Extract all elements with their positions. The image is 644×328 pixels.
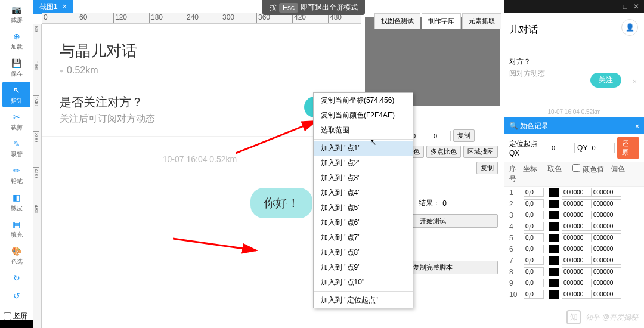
- hex-input[interactable]: [562, 188, 592, 197]
- color-swatch[interactable]: [549, 222, 559, 231]
- coord-input[interactable]: [524, 256, 544, 265]
- mid-tab-2[interactable]: 元素抓取: [462, 13, 501, 29]
- chat-header: 与晶儿对话 0.52km: [42, 24, 358, 83]
- color-swatch[interactable]: [549, 211, 559, 219]
- color-swatch[interactable]: [549, 245, 559, 253]
- menu-add-point-7[interactable]: 加入到 "点7": [314, 230, 413, 245]
- tool-保存[interactable]: 💾保存: [2, 55, 30, 81]
- copy-button[interactable]: 复制: [453, 129, 475, 142]
- color-swatch[interactable]: [549, 200, 559, 208]
- tab-screenshot1[interactable]: 截图1×: [33, 0, 73, 14]
- dev-input[interactable]: [592, 199, 621, 208]
- tool-加载[interactable]: ⊕加载: [2, 28, 30, 54]
- hex-input[interactable]: [562, 245, 592, 253]
- coord-input[interactable]: [524, 199, 544, 208]
- region-find-button[interactable]: 区域找图: [463, 146, 498, 158]
- tool-icon: 🎨: [11, 245, 23, 257]
- avatar-icon[interactable]: 👤: [621, 19, 638, 36]
- coord-input[interactable]: [524, 233, 544, 242]
- tool-吸管[interactable]: ✎吸管: [2, 135, 30, 161]
- copy2-button[interactable]: 复制: [476, 162, 498, 174]
- hex-input[interactable]: [562, 256, 592, 265]
- menu-select-range[interactable]: 选取范围: [314, 123, 413, 138]
- rp-follow-button[interactable]: 关注: [590, 73, 621, 88]
- restore-button[interactable]: 还原: [617, 137, 639, 159]
- multipoint-button[interactable]: 多点比色: [426, 146, 461, 158]
- menu-add-anchor[interactable]: 加入到 "定位起点": [314, 293, 413, 308]
- tool-rot11[interactable]: ↺: [2, 287, 30, 304]
- mid-tab-0[interactable]: 找图色测试: [374, 13, 420, 29]
- color-row: 5: [504, 232, 644, 243]
- rp-sub-title: 对方？: [509, 57, 639, 67]
- dev-input[interactable]: [592, 222, 621, 231]
- color-panel-close-icon[interactable]: ×: [635, 122, 639, 131]
- color-panel-title: 🔍 颜色记录: [509, 121, 549, 131]
- hex-input[interactable]: [562, 222, 592, 231]
- menu-add-point-6[interactable]: 加入到 "点6": [314, 215, 413, 230]
- dev-input[interactable]: [592, 188, 621, 197]
- tab-bar: 截图1×: [33, 0, 73, 13]
- coord-input[interactable]: [524, 279, 544, 287]
- hex-input[interactable]: [562, 279, 592, 287]
- mid-tab-1[interactable]: 制作字库: [422, 13, 461, 29]
- rp-close-icon[interactable]: ×: [633, 78, 637, 86]
- dev-input[interactable]: [592, 211, 621, 219]
- tool-铅笔[interactable]: ✏铅笔: [2, 162, 30, 188]
- color-swatch[interactable]: [549, 234, 559, 242]
- hex-input[interactable]: [562, 267, 592, 276]
- color-swatch[interactable]: [549, 256, 559, 265]
- hex-input[interactable]: [562, 233, 592, 242]
- menu-copy-color[interactable]: 复制当前颜色(F2F4AE): [314, 108, 413, 123]
- coord-input[interactable]: [524, 245, 544, 253]
- coord-input[interactable]: [524, 267, 544, 276]
- menu-add-point-1[interactable]: 加入到 "点1": [314, 141, 413, 156]
- menu-add-point-5[interactable]: 加入到 "点5": [314, 200, 413, 215]
- tool-icon: ↖: [11, 84, 23, 96]
- menu-add-point-2[interactable]: 加入到 "点2": [314, 156, 413, 171]
- tool-填充[interactable]: ▦填充: [2, 216, 30, 242]
- tool-截屏[interactable]: 📷截屏: [2, 1, 30, 27]
- min-icon[interactable]: —: [610, 2, 617, 11]
- qy-input[interactable]: [590, 143, 615, 153]
- color-swatch[interactable]: [549, 279, 559, 287]
- qx-input[interactable]: [550, 143, 575, 153]
- canvas-area[interactable]: 与晶儿对话 0.52km 是否关注对方？ 关注后可订阅对方动态 关注 10-07…: [42, 24, 358, 328]
- coord-input[interactable]: [524, 188, 544, 197]
- close-icon[interactable]: ✕: [633, 2, 639, 11]
- tool-icon: 💾: [11, 57, 23, 69]
- tool-裁剪[interactable]: ✂裁剪: [2, 109, 30, 134]
- anchor-qy-label: QY: [577, 144, 587, 152]
- hex-input[interactable]: [562, 211, 592, 219]
- dev-input[interactable]: [592, 267, 621, 276]
- coord-input[interactable]: [524, 290, 544, 299]
- menu-add-point-4[interactable]: 加入到 "点4": [314, 185, 413, 200]
- dev-input[interactable]: [592, 245, 621, 253]
- coord-input[interactable]: [524, 222, 544, 231]
- menu-add-point-8[interactable]: 加入到 "点8": [314, 245, 413, 260]
- tab-close-icon[interactable]: ×: [63, 2, 67, 11]
- dev-input[interactable]: [592, 256, 621, 265]
- color-row: 2: [504, 198, 644, 209]
- menu-copy-coord[interactable]: 复制当前坐标(574,456): [314, 93, 413, 108]
- hex-input[interactable]: [562, 199, 592, 208]
- color-swatch[interactable]: [549, 290, 559, 299]
- coord-input[interactable]: [524, 211, 544, 219]
- color-swatch[interactable]: [549, 268, 559, 276]
- dev-input[interactable]: [592, 233, 621, 242]
- tool-指针[interactable]: ↖指针: [2, 82, 30, 107]
- bin-val-4[interactable]: [432, 131, 451, 141]
- max-icon[interactable]: □: [623, 2, 627, 11]
- dev-input[interactable]: [592, 279, 621, 287]
- menu-add-point-10[interactable]: 加入到 "点10": [314, 275, 413, 290]
- color-swatch[interactable]: [549, 188, 559, 197]
- menu-add-point-3[interactable]: 加入到 "点3": [314, 171, 413, 185]
- tool-rot10[interactable]: ↻: [2, 270, 30, 286]
- tool-色选[interactable]: 🎨色选: [2, 243, 30, 268]
- tool-橡皮[interactable]: ◧橡皮: [2, 189, 30, 215]
- color-col-check[interactable]: [572, 164, 580, 172]
- dev-input[interactable]: [592, 290, 621, 299]
- menu-add-point-9[interactable]: 加入到 "点9": [314, 260, 413, 275]
- hex-input[interactable]: [562, 290, 592, 299]
- context-menu[interactable]: 复制当前坐标(574,456) 复制当前颜色(F2F4AE) 选取范围 加入到 …: [313, 92, 413, 308]
- color-row: 8: [504, 266, 644, 277]
